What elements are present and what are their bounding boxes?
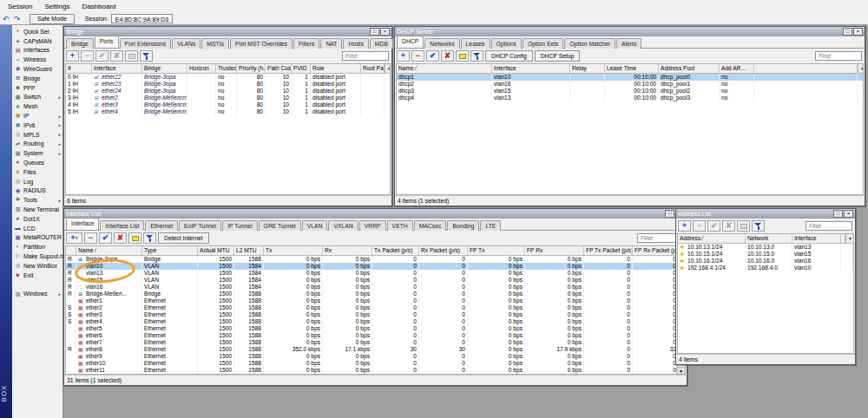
table-row[interactable]: ✚10.10.16.1/2410.10.16.0vlan16 — [678, 258, 853, 265]
disable-button[interactable]: ✘ — [114, 232, 127, 244]
tab-hosts[interactable]: Hosts — [343, 38, 368, 49]
comment-button[interactable] — [128, 232, 141, 244]
comment-button[interactable] — [125, 50, 138, 62]
sidebar-item-files[interactable]: ■Files — [12, 167, 62, 177]
column-header-name[interactable]: Name ⁄ — [76, 246, 142, 255]
session-value[interactable]: E4:8D:8C:9A:89:D3 — [111, 14, 173, 23]
safe-mode-button[interactable]: Safe Mode — [30, 14, 75, 24]
table-row[interactable]: R⊞Bridge-ЗораBridge150015880 bps0 bps000… — [66, 256, 685, 263]
add-dropdown-button[interactable]: +▾ — [66, 232, 82, 244]
filter-button[interactable] — [752, 220, 765, 232]
column-select-button[interactable]: ▼ — [845, 234, 854, 243]
table-row[interactable]: ✚10.10.15.1/2410.10.15.0vlan15 — [678, 251, 853, 258]
menu-settings[interactable]: Settings — [38, 1, 76, 12]
add-button[interactable]: + — [66, 50, 79, 62]
tab-mdb[interactable]: MDB — [370, 38, 393, 49]
sidebar-item-make-supout-rif[interactable]: ▷Make Supout.rif — [12, 251, 62, 261]
table-row[interactable]: dhcp3vlan1500:10:00dhcp_pool2no — [397, 88, 863, 95]
sidebar-item-tools[interactable]: ✚Tools▸ — [12, 195, 62, 205]
column-header-fp-rx[interactable]: FP Rx — [525, 246, 584, 255]
address-list-titlebar[interactable]: Address List □ × — [676, 209, 855, 219]
column-header-fp-tx[interactable]: FP Tx — [468, 246, 525, 255]
tab-vxlan[interactable]: VXLAN — [328, 220, 358, 231]
column-header-type[interactable]: Type — [142, 246, 198, 255]
tab-vlan[interactable]: VLAN — [302, 220, 328, 231]
restore-button[interactable]: □ — [370, 28, 379, 36]
column-header-network[interactable]: Network — [746, 234, 792, 243]
table-row[interactable]: ▦ether10Ethernet150015880 bps0 bps000 bp… — [66, 360, 685, 367]
column-header-path-cost[interactable]: Path Cost — [266, 64, 292, 73]
sidebar-item-metarouter[interactable]: ▦MetaROUTER — [12, 233, 62, 243]
undo-icon[interactable]: ↶ — [0, 15, 11, 23]
table-row[interactable]: R∷vlan10VLAN150015840 bps0 bps000 bps0 b… — [66, 263, 685, 270]
tab-option-sets[interactable]: Option Sets — [523, 38, 564, 49]
column-header-root-pat[interactable]: Root Pat... — [361, 64, 385, 73]
column-header-priority-h[interactable]: Priority (h... — [237, 64, 266, 73]
tab-dhcp[interactable]: DHCP — [397, 36, 424, 48]
interface-list-titlebar[interactable]: Interface List □ × — [64, 209, 687, 219]
table-row[interactable]: 3 IH⊞ether2Bridge-Мебелстилno80101disabl… — [66, 95, 390, 101]
column-header-address[interactable]: Address ⁄ — [678, 234, 746, 243]
tab-mstis[interactable]: MSTIs — [201, 38, 229, 49]
sidebar-item-radius[interactable]: ◉RADIUS — [12, 186, 62, 196]
sidebar-item-ip[interactable]: ▣IP▸ — [12, 111, 62, 121]
table-row[interactable]: S▦ether4Ethernet150015880 bps0 bps000 bp… — [66, 318, 685, 325]
table-row[interactable]: 1 IH⊞ether23Bridge-Зораno80101disabled p… — [66, 81, 390, 88]
table-row[interactable]: ▦ether6Ethernet150015880 bps0 bps000 bps… — [66, 332, 685, 339]
table-row[interactable]: R∷vlan15VLAN150015840 bps0 bps000 bps0 b… — [66, 277, 685, 284]
menu-dashboard[interactable]: Dashboard — [76, 1, 122, 12]
sidebar-item-partition[interactable]: ◐Partition — [12, 242, 62, 251]
tab-macsec[interactable]: MACsec — [414, 220, 447, 231]
comment-button[interactable] — [456, 50, 469, 62]
column-header-tx-packet-p-s[interactable]: Tx Packet (p/s) — [372, 246, 419, 255]
disable-button[interactable]: ✘ — [110, 50, 123, 62]
column-header-bridge[interactable]: Bridge — [142, 64, 187, 73]
sidebar-item-wireless[interactable]: ≈Wireless — [12, 55, 62, 64]
tab-option-matcher[interactable]: Option Matcher — [564, 38, 615, 49]
column-select-button[interactable]: ▼ — [858, 64, 864, 73]
tab-bonding[interactable]: Bonding — [447, 220, 479, 231]
sidebar-item-mpls[interactable]: ◎MPLS▸ — [12, 130, 62, 140]
tab-options[interactable]: Options — [491, 38, 522, 49]
column-header-name[interactable]: Name ⁄ — [397, 64, 492, 73]
column-header-relay[interactable]: Relay — [570, 64, 605, 73]
column-header-fp-tx-packet-p-s[interactable]: FP Tx Packet (p/s) — [584, 246, 633, 255]
table-row[interactable]: R⊞Bridge-Мебел...Bridge150015880 bps0 bp… — [66, 291, 685, 297]
sidebar-item-mesh[interactable]: ★Mesh — [12, 101, 62, 111]
enable-button[interactable]: ✔ — [707, 220, 720, 232]
column-select-button[interactable]: ▼ — [385, 64, 391, 73]
table-row[interactable]: ▦ether5Ethernet150015880 bps0 bps000 bps… — [66, 325, 685, 332]
column-header-flags[interactable] — [66, 246, 76, 255]
sidebar-item-system[interactable]: ▦System▸ — [12, 148, 62, 158]
sidebar-item-interfaces[interactable]: ▤Interfaces — [12, 46, 62, 56]
table-row[interactable]: R∷vlan13VLAN150015840 bps0 bps000 bps0 b… — [66, 270, 685, 277]
redo-icon[interactable]: ↷ — [11, 15, 23, 23]
table-row[interactable]: R∷vlan16VLAN150015840 bps0 bps000 bps0 b… — [66, 284, 685, 291]
tab-gre-tunnel[interactable]: GRE Tunnel — [259, 220, 301, 231]
table-row[interactable]: dhcp2vlan1600:10:00dhcp_pool1no — [397, 81, 863, 88]
column-header-role[interactable]: Role — [311, 64, 361, 73]
table-row[interactable]: 5 IH⊞ether4Bridge-Мебелстилno80101disabl… — [66, 108, 390, 115]
tab-bridge[interactable]: Bridge — [66, 38, 94, 49]
sidebar-item-capsman[interactable]: ▲CAPsMAN — [12, 36, 62, 46]
tab-networks[interactable]: Networks — [424, 38, 459, 49]
column-header-interface[interactable]: Interface — [492, 64, 570, 73]
sidebar-item-new-winbox[interactable]: ◎New WinBox — [12, 261, 62, 271]
close-button[interactable]: × — [380, 28, 390, 36]
table-row[interactable]: dhcp4vlan1300:10:00dhcp_pool3no — [397, 95, 863, 101]
close-button[interactable]: × — [844, 210, 853, 218]
enable-button[interactable]: ✔ — [99, 232, 112, 244]
sidebar-item-switch[interactable]: ▦Switch▸ — [12, 93, 62, 102]
tab-veth[interactable]: VETH — [387, 220, 413, 231]
column-header-trusted[interactable]: Trusted — [216, 64, 237, 73]
find-input[interactable] — [342, 51, 389, 61]
remove-button[interactable]: − — [693, 220, 706, 232]
table-row[interactable]: ✚10.10.13.1/2410.10.13.0vlan13 — [678, 244, 853, 251]
column-header-pvid[interactable]: PVID — [292, 64, 311, 73]
enable-button[interactable]: ✔ — [95, 50, 108, 62]
find-input[interactable] — [815, 51, 862, 61]
filter-button[interactable] — [143, 232, 156, 244]
sidebar-item-log[interactable]: ▤Log — [12, 177, 62, 186]
column-header-horizon[interactable]: Horizon — [187, 64, 216, 73]
table-row[interactable]: ✚192.168.4.1/24192.168.4.0vlan10 — [678, 265, 853, 271]
